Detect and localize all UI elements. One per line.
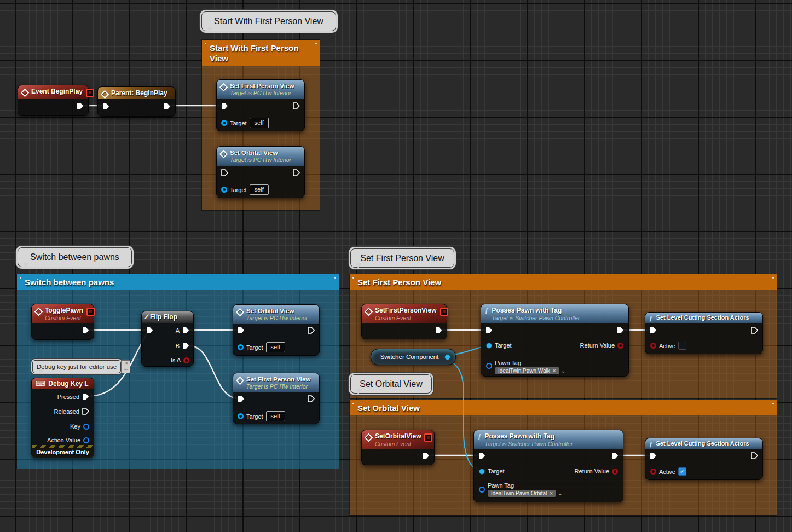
bool-pin[interactable] — [650, 343, 656, 349]
comment-resize-dot[interactable] — [772, 277, 774, 279]
return-value-pin-row[interactable]: Return Value — [575, 468, 618, 475]
node-posses-pawn-with-tag-orbital[interactable]: ƒ Posses Pawn with Tag Target is Switche… — [473, 430, 623, 502]
exec-in-pin[interactable] — [650, 327, 657, 334]
node-set-orbital-view-top[interactable]: Set Orbital View Target is PC ITw Interi… — [216, 146, 305, 198]
debug-stop-icon[interactable] — [86, 308, 95, 316]
node-setorbitalview-event[interactable]: SetOrbitalView Custom Event — [361, 430, 435, 465]
node-header[interactable]: Set First Person View Target is PC ITw I… — [217, 80, 304, 99]
node-set-orbital-view-switch[interactable]: Set Orbital View Target is PC ITw Interi… — [233, 304, 320, 356]
object-pin[interactable] — [486, 343, 492, 349]
comment-header[interactable]: Set First Person View — [350, 274, 777, 290]
target-value-input[interactable]: self — [250, 184, 269, 195]
node-header[interactable]: ƒ Posses Pawn with Tag Target is Switche… — [474, 430, 623, 449]
node-header[interactable]: Event BeginPlay — [18, 85, 88, 99]
node-set-first-person-view-switch[interactable]: Set First Person View Target is PC ITw I… — [233, 373, 320, 424]
chevron-down-icon[interactable]: ⌄ — [558, 490, 562, 496]
active-checkbox[interactable]: ✓ — [678, 467, 686, 476]
exec-out-pin[interactable] — [423, 452, 430, 459]
exec-out-pin[interactable] — [617, 327, 624, 334]
exec-out-pin[interactable] — [751, 452, 758, 459]
node-header[interactable]: ƒ Set Level Cutting Section Actors — [645, 313, 762, 323]
comment-header[interactable]: Set Orbital View — [350, 400, 777, 415]
exec-in-pin[interactable] — [650, 452, 657, 459]
debug-stop-icon[interactable] — [86, 89, 94, 97]
exec-out-pin[interactable] — [77, 102, 84, 109]
exec-out-pin[interactable] — [164, 103, 171, 110]
active-checkbox[interactable] — [678, 342, 686, 350]
remove-tag-icon[interactable]: × — [553, 368, 556, 374]
node-set-first-person-view-top[interactable]: Set First Person View Target is PC ITw I… — [216, 79, 305, 131]
node-header[interactable]: Set Orbital View Target is PC ITw Interi… — [233, 305, 319, 324]
exec-out-pin[interactable] — [435, 327, 442, 334]
node-posses-pawn-with-tag-walk[interactable]: ƒ Posses Pawn with Tag Target is Switche… — [481, 304, 629, 377]
node-header[interactable]: SetFirstPersonView Custom Event — [362, 304, 447, 323]
debug-stop-icon[interactable] — [440, 308, 448, 316]
target-value-input[interactable]: self — [266, 411, 285, 421]
exec-out-pin[interactable] — [751, 327, 758, 334]
exec-out-pin[interactable] — [308, 327, 315, 334]
node-parent-beginplay[interactable]: Parent: BeginPlay — [97, 86, 176, 117]
exec-out-pin[interactable] — [82, 327, 89, 334]
node-set-level-cutting-section-actors-bottom[interactable]: ƒ Set Level Cutting Section Actors Activ… — [645, 438, 763, 480]
node-header[interactable]: Set Orbital View Target is PC ITw Interi… — [217, 147, 304, 166]
object-pin[interactable] — [221, 187, 227, 193]
comment-resize-dot[interactable] — [772, 403, 774, 404]
node-debug-key-l[interactable]: ⌨ Debug Key L Pressed Released Key Actio… — [31, 378, 94, 458]
exec-in-pin[interactable] — [146, 327, 153, 334]
target-pin-row[interactable]: Target self — [238, 411, 285, 421]
comment-resize-dot[interactable] — [352, 403, 354, 404]
object-pin[interactable] — [221, 120, 227, 126]
exec-in-pin[interactable] — [221, 169, 228, 176]
comment-resize-dot[interactable] — [352, 277, 354, 279]
node-set-level-cutting-section-actors-top[interactable]: ƒ Set Level Cutting Section Actors Activ… — [645, 312, 763, 354]
debug-stop-icon[interactable] — [424, 433, 432, 442]
blueprint-graph-canvas[interactable]: Start With First Person View Switch betw… — [0, 0, 792, 532]
active-pin-row[interactable]: Active ✓ — [650, 467, 686, 476]
exec-out-a-pin[interactable]: A — [176, 327, 189, 334]
comment-bubble-switch[interactable]: Switch between pawns — [18, 247, 132, 267]
node-flip-flop[interactable]: ∕∕ Flip Flop A B Is A — [141, 311, 194, 367]
comment-resize-dot[interactable] — [205, 43, 206, 44]
action-value-pin[interactable]: Action Value — [47, 437, 89, 443]
key-pin[interactable]: Key — [70, 423, 89, 430]
object-out-pin[interactable] — [444, 354, 450, 360]
node-header[interactable]: Parent: BeginPlay — [98, 87, 175, 99]
comment-resize-dot[interactable] — [315, 43, 317, 44]
node-header[interactable]: TogglePawn Custom Event — [32, 304, 94, 323]
target-pin-row[interactable]: Target self — [238, 342, 285, 352]
comment-bubble-set-orbital[interactable]: Set Orbital View — [350, 374, 432, 394]
comment-resize-dot[interactable] — [334, 277, 336, 279]
is-a-pin[interactable]: Is A — [171, 357, 189, 363]
target-value-input[interactable]: self — [266, 342, 285, 352]
exec-out-pin[interactable] — [293, 169, 300, 176]
struct-pin[interactable] — [486, 363, 492, 369]
node-event-beginplay[interactable]: Event BeginPlay — [18, 85, 89, 116]
return-value-pin-row[interactable]: Return Value — [580, 342, 623, 349]
node-header[interactable]: ƒ Set Level Cutting Section Actors — [645, 438, 762, 449]
node-togglepawn-event[interactable]: TogglePawn Custom Event — [31, 304, 94, 340]
comment-resize-dot[interactable] — [20, 277, 21, 279]
target-value-input[interactable]: self — [250, 118, 269, 128]
pawn-tag-pin-row[interactable]: Pawn Tag IdealTwin.Pawn.Walk × ⌄ — [486, 360, 565, 374]
comment-header[interactable]: Switch between pawns — [17, 274, 339, 290]
target-pin-row[interactable]: Target self — [221, 118, 269, 128]
node-header[interactable]: ⌨ Debug Key L — [32, 378, 94, 389]
remove-tag-icon[interactable]: × — [550, 490, 553, 496]
object-pin[interactable] — [238, 413, 244, 419]
struct-pin[interactable] — [83, 424, 89, 430]
released-pin[interactable]: Released — [54, 408, 89, 415]
bool-pin[interactable] — [650, 469, 656, 475]
pressed-pin[interactable]: Pressed — [57, 393, 89, 400]
exec-out-pin[interactable] — [611, 452, 618, 459]
comment-bubble-debug-note[interactable]: Debug key just for editor use — [32, 360, 121, 373]
exec-in-pin[interactable] — [485, 327, 493, 334]
gameplay-tag-chip[interactable]: IdealTwin.Pawn.Orbital × — [488, 490, 556, 497]
node-header[interactable]: SetOrbitalView Custom Event — [362, 430, 434, 449]
exec-out-pin[interactable] — [308, 395, 315, 402]
target-pin-row[interactable]: Target — [479, 468, 505, 475]
exec-in-pin[interactable] — [221, 102, 228, 109]
bool-pin[interactable] — [612, 469, 618, 475]
node-header[interactable]: Set First Person View Target is PC ITw I… — [233, 373, 319, 392]
chevron-down-icon[interactable]: ⌄ — [561, 368, 565, 374]
bubble-pin-widget[interactable]: ⇥… — [121, 360, 130, 373]
